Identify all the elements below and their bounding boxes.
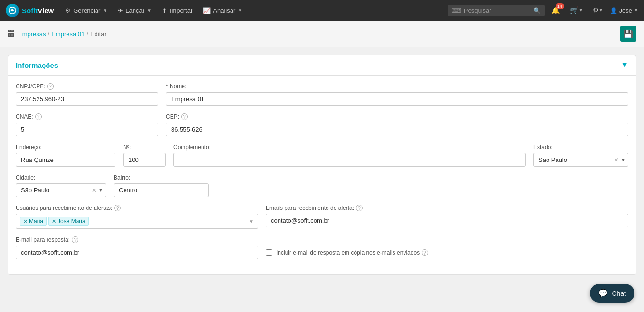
keyboard-icon: ⌨	[452, 7, 461, 14]
form-row-1: CNPJ/CPF: ? * Nome:	[16, 83, 628, 106]
search-input[interactable]	[464, 7, 530, 14]
usuarios-label: Usuários para recebimento de alertas: ?	[16, 205, 258, 211]
card-header: Informações ▼	[8, 55, 636, 76]
form-row-4: Cidade: São Paulo ✕ ▼ Bairro:	[16, 174, 628, 197]
form-row-3: Endereço: Nº: Complemento: Estado: São P…	[16, 144, 628, 167]
cnae-input[interactable]	[16, 123, 158, 136]
email-resposta-help-icon[interactable]: ?	[72, 236, 78, 243]
cnae-help-icon[interactable]: ?	[35, 113, 42, 120]
nav-importar-label: Importar	[170, 7, 192, 14]
cart-button[interactable]: 🛒 ▼	[567, 4, 586, 17]
estado-group: Estado: São Paulo ✕ ▼	[533, 144, 628, 167]
notification-button[interactable]: 🔔 14	[548, 4, 563, 17]
nav-analisar-label: Analisar	[213, 7, 235, 14]
nav-menu: ⚙ Gerenciar ▼ ✈ Lançar ▼ ⬆ Importar 📈 An…	[60, 4, 446, 17]
form-row-5: Usuários para recebimento de alertas: ? …	[16, 205, 628, 229]
informacoes-card: Informações ▼ CNPJ/CPF: ? * Nome:	[8, 55, 636, 275]
tag-jose-maria: ✕ Jose Maria	[48, 217, 89, 226]
breadcrumb-bar: Empresas / Empresa 01 / Editar 💾	[0, 21, 644, 47]
remove-jose-maria-icon[interactable]: ✕	[52, 218, 56, 225]
nav-lancar-label: Lançar	[125, 7, 144, 14]
include-copy-group: Incluir e-mail de resposta em cópia nos …	[266, 236, 628, 256]
cnpj-input[interactable]	[16, 92, 158, 106]
email-resposta-input[interactable]	[16, 246, 258, 259]
include-copy-checkbox[interactable]	[266, 249, 272, 256]
nav-gerenciar[interactable]: ⚙ Gerenciar ▼	[60, 4, 112, 17]
estado-clear-icon[interactable]: ✕	[614, 157, 619, 163]
breadcrumb-empresas[interactable]: Empresas	[18, 30, 46, 38]
nome-group: * Nome:	[166, 83, 628, 106]
email-resposta-group: E-mail para resposta: ?	[16, 236, 258, 259]
card-title: Informações	[16, 61, 58, 69]
logo-sofit: Sofit	[22, 7, 38, 15]
cep-help-icon[interactable]: ?	[181, 113, 188, 120]
include-copy-label[interactable]: Incluir e-mail de resposta em cópia nos …	[276, 249, 428, 256]
tag-maria: ✕ Maria	[20, 217, 47, 226]
remove-maria-icon[interactable]: ✕	[23, 218, 28, 225]
nav-right: ⌨ 🔍 🔔 14 🛒 ▼ ⚙ ▼ 👤 Jose ▼	[448, 4, 638, 17]
main-content: Informações ▼ CNPJ/CPF: ? * Nome:	[0, 47, 644, 283]
settings-button[interactable]: ⚙ ▼	[590, 4, 606, 17]
card-body: CNPJ/CPF: ? * Nome: CNAE: ?	[8, 76, 636, 274]
usuarios-tags-input[interactable]: ✕ Maria ✕ Jose Maria ▼	[16, 214, 258, 229]
emails-alerta-group: Emails para recebimento de alerta: ?	[266, 205, 628, 227]
search-box: ⌨ 🔍	[448, 5, 545, 16]
cidade-clear-icon[interactable]: ✕	[92, 187, 96, 194]
include-copy-help-icon[interactable]: ?	[422, 249, 428, 256]
nome-label: * Nome:	[166, 83, 628, 90]
bairro-input[interactable]	[114, 183, 209, 197]
user-menu[interactable]: 👤 Jose ▼	[610, 7, 638, 14]
complemento-group: Complemento:	[173, 144, 526, 167]
estado-label: Estado:	[533, 144, 628, 151]
cnpj-label: CNPJ/CPF: ?	[16, 83, 158, 90]
no-label: Nº:	[123, 144, 166, 151]
breadcrumb-separator: /	[48, 30, 50, 38]
app-logo[interactable]: Sofit View	[6, 4, 54, 17]
estado-select-wrapper: São Paulo ✕ ▼	[533, 153, 628, 167]
cidade-group: Cidade: São Paulo ✕ ▼	[16, 174, 106, 197]
complemento-input[interactable]	[173, 153, 526, 167]
form-row-2: CNAE: ? CEP: ?	[16, 113, 628, 136]
bairro-label: Bairro:	[114, 174, 209, 181]
nav-gerenciar-label: Gerenciar	[73, 7, 100, 14]
cidade-label: Cidade:	[16, 174, 106, 181]
cnpj-group: CNPJ/CPF: ?	[16, 83, 158, 106]
lancar-icon: ✈	[118, 7, 123, 14]
nav-analisar[interactable]: 📈 Analisar ▼	[198, 4, 247, 17]
cnae-label: CNAE: ?	[16, 113, 158, 120]
tag-jose-maria-label: Jose Maria	[58, 218, 86, 225]
emails-alerta-label: Emails para recebimento de alerta: ?	[266, 205, 628, 211]
collapse-button[interactable]: ▼	[621, 61, 628, 69]
save-button[interactable]: 💾	[620, 26, 636, 42]
emails-help-icon[interactable]: ?	[356, 205, 363, 211]
chevron-down-icon: ▼	[599, 8, 603, 13]
nome-input[interactable]	[166, 92, 628, 106]
endereco-group: Endereço:	[16, 144, 115, 167]
email-resposta-label: E-mail para resposta: ?	[16, 236, 258, 243]
user-icon: 👤	[610, 7, 617, 14]
grid-icon[interactable]	[8, 30, 14, 37]
gerenciar-icon: ⚙	[65, 7, 71, 14]
usuarios-group: Usuários para recebimento de alertas: ? …	[16, 205, 258, 229]
breadcrumb: Empresas / Empresa 01 / Editar	[8, 30, 106, 38]
cnpj-help-icon[interactable]: ?	[47, 83, 54, 90]
importar-icon: ⬆	[162, 7, 167, 14]
chevron-down-icon: ▼	[103, 8, 107, 13]
breadcrumb-empresa01[interactable]: Empresa 01	[51, 30, 85, 38]
breadcrumb-separator: /	[87, 30, 88, 38]
nav-lancar[interactable]: ✈ Lançar ▼	[113, 4, 156, 17]
user-label: Jose	[619, 7, 632, 14]
endereco-input[interactable]	[16, 153, 115, 167]
search-icon[interactable]: 🔍	[533, 7, 541, 14]
cep-input[interactable]	[166, 123, 628, 136]
save-icon: 💾	[624, 29, 633, 38]
chevron-down-icon: ▼	[579, 8, 583, 13]
usuarios-help-icon[interactable]: ?	[114, 205, 121, 211]
logo-view: View	[38, 7, 54, 15]
nav-importar[interactable]: ⬆ Importar	[157, 4, 197, 17]
cnae-group: CNAE: ?	[16, 113, 158, 136]
tag-maria-label: Maria	[29, 218, 43, 225]
no-input[interactable]	[123, 153, 166, 167]
analisar-icon: 📈	[203, 7, 211, 14]
emails-alerta-input[interactable]	[266, 214, 628, 227]
